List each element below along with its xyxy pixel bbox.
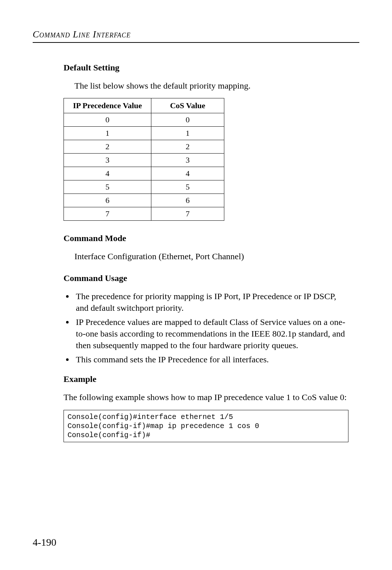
cell-cos: 4 [151,167,224,180]
cell-ip: 3 [64,154,151,167]
default-setting-intro: The list below shows the default priorit… [74,80,348,91]
table-row: 0 0 [64,113,224,127]
table-row: 1 1 [64,127,224,140]
cell-cos: 7 [151,207,224,221]
table-header-cos: CoS Value [151,98,224,113]
cell-cos: 6 [151,194,224,207]
list-item: IP Precedence values are mapped to defau… [74,316,348,351]
table-row: 6 6 [64,194,224,207]
heading-default-setting: Default Setting [64,63,348,73]
heading-command-mode: Command Mode [64,233,348,243]
command-mode-text: Interface Configuration (Ethernet, Port … [74,251,348,262]
table-row: 5 5 [64,180,224,194]
cell-cos: 1 [151,127,224,140]
cell-ip: 2 [64,140,151,154]
page-number: 4-190 [33,537,56,548]
list-item: The precedence for priority mapping is I… [74,290,348,314]
cell-cos: 2 [151,140,224,154]
cell-cos: 3 [151,154,224,167]
cell-ip: 0 [64,113,151,127]
cell-cos: 5 [151,180,224,194]
heading-example: Example [64,374,348,384]
priority-mapping-table: IP Precedence Value CoS Value 0 0 1 1 2 … [64,98,224,221]
content-area: Default Setting The list below shows the… [64,63,348,442]
list-item: This command sets the IP Precedence for … [74,354,348,365]
command-usage-list: The precedence for priority mapping is I… [64,290,348,365]
page: Command Line Interface Default Setting T… [0,0,392,570]
cell-ip: 4 [64,167,151,180]
table-header-row: IP Precedence Value CoS Value [64,98,224,113]
table-row: 4 4 [64,167,224,180]
table-header-ip: IP Precedence Value [64,98,151,113]
header-rule [33,42,359,43]
table-row: 7 7 [64,207,224,221]
cell-ip: 7 [64,207,151,221]
example-intro: The following example shows how to map I… [64,391,348,403]
cell-ip: 1 [64,127,151,140]
table-row: 2 2 [64,140,224,154]
example-code: Console(config)#interface ethernet 1/5 C… [64,410,348,442]
cell-ip: 6 [64,194,151,207]
table-row: 3 3 [64,154,224,167]
heading-command-usage: Command Usage [64,273,348,283]
page-header-title: Command Line Interface [33,29,359,40]
cell-ip: 5 [64,180,151,194]
cell-cos: 0 [151,113,224,127]
